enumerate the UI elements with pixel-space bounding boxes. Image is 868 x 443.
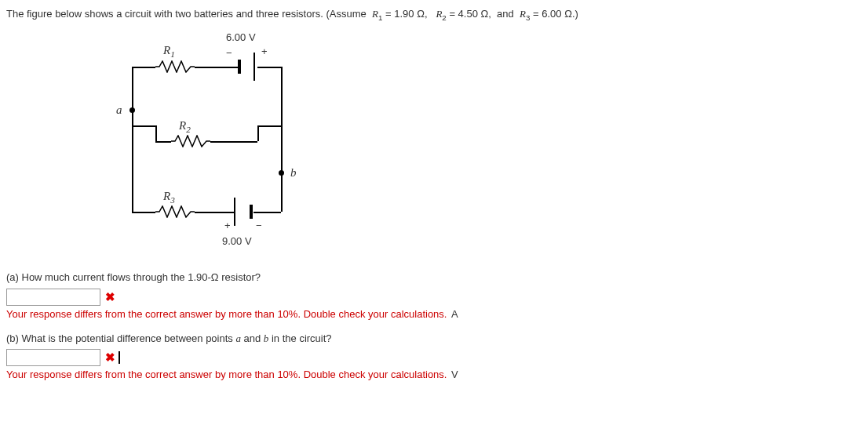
part-a-ohm: 1.90-Ω [188, 271, 218, 283]
part-b-input[interactable] [6, 349, 100, 366]
node-a-dot [129, 107, 135, 113]
part-b-feedback-line: Your response differs from the correct a… [6, 369, 862, 380]
r3-val: 6.00 Ω.) [542, 8, 578, 20]
incorrect-icon: ✖ [105, 290, 115, 304]
resistor-r2 [171, 135, 210, 147]
r2-label: R2 [179, 119, 191, 134]
part-b-unit: V [451, 369, 458, 380]
part-b-feedback: Your response differs from the correct a… [6, 369, 447, 380]
eq2: = [449, 8, 458, 20]
r3-sub: 3 [526, 13, 530, 22]
part-a-lead: (a) How much current flows through the [6, 271, 188, 283]
problem-prompt: The figure below shows a circuit with tw… [6, 6, 862, 24]
top-plus-sign: + [261, 45, 268, 57]
part-a-unit: A [451, 308, 458, 320]
part-b-lead: (b) What is the potential difference bet… [6, 332, 235, 344]
incorrect-icon: ✖ [105, 350, 115, 365]
part-b-answer-row: ✖ [6, 349, 862, 366]
circuit-diagram: R1 6.00 V − + a b R2 R3 9.00 V + [85, 31, 383, 259]
part-b-mid: and [241, 332, 264, 344]
eq1: = [385, 8, 394, 20]
r3-label: R3 [163, 190, 175, 205]
r1-sym: R [372, 8, 378, 20]
top-voltage-label: 6.00 V [226, 31, 256, 43]
node-a-label: a [116, 103, 122, 117]
r2-val: 4.50 Ω, [458, 8, 491, 20]
and: and [497, 8, 514, 20]
part-a-answer-row: ✖ [6, 289, 862, 306]
resistor-r1 [155, 60, 195, 73]
node-b-label: b [290, 166, 297, 180]
eq3: = [533, 8, 542, 20]
r1-label: R1 [163, 44, 175, 59]
resistor-r3 [155, 205, 195, 218]
prompt-lead: The figure below shows a circuit with tw… [6, 8, 367, 20]
part-a-feedback-line: Your response differs from the correct a… [6, 308, 862, 320]
r3-sym: R [520, 8, 526, 20]
part-a-feedback: Your response differs from the correct a… [6, 308, 447, 320]
part-a-tail: resistor? [219, 271, 261, 283]
r1-sub: 1 [378, 13, 382, 22]
node-b-dot [279, 170, 284, 176]
text-cursor [119, 351, 120, 364]
part-b-question: (b) What is the potential difference bet… [6, 331, 862, 347]
r2-sub: 2 [442, 13, 446, 22]
r1-val: 1.90 Ω, [394, 8, 427, 20]
top-minus-sign: − [226, 47, 232, 59]
part-a-question: (a) How much current flows through the 1… [6, 270, 862, 285]
bottom-minus-sign: − [256, 220, 262, 231]
bottom-voltage-label: 9.00 V [222, 235, 252, 247]
part-b-tail: in the circuit? [268, 332, 331, 344]
part-a-input[interactable] [6, 289, 100, 306]
bottom-plus-sign: + [224, 220, 231, 231]
